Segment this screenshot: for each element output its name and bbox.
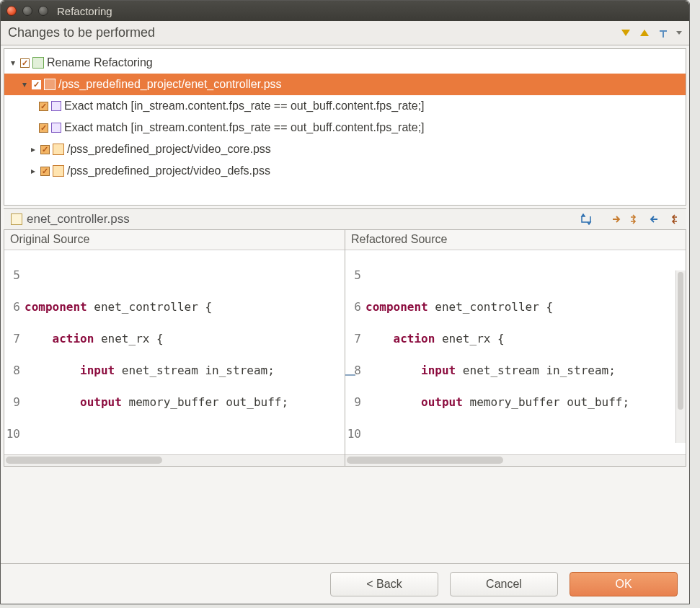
twisty-open-icon[interactable] (20, 80, 29, 89)
tree-file-label: /pss_predefined_project/video_defs.pss (67, 164, 270, 177)
code-text: enet_rx { (94, 332, 163, 345)
kw: output (80, 395, 122, 409)
line-number: 9 (4, 395, 25, 410)
kw: action (394, 332, 435, 345)
line-number: 6 (4, 299, 25, 315)
changes-header: Changes to be performed (1, 21, 689, 45)
tree-root-label: Rename Refactoring (47, 56, 153, 69)
next-change-button[interactable] (619, 26, 633, 40)
file-icon (11, 213, 22, 225)
diff-filename: enet_controller.pss (11, 212, 130, 226)
kw: output (421, 395, 463, 409)
tree-match[interactable]: Exact match [in_stream.content.fps_rate … (4, 117, 686, 138)
window-title: Refactoring (57, 5, 112, 17)
line-number: 9 (345, 395, 365, 410)
tree-match-label: Exact match [in_stream.content.fps_rate … (64, 121, 425, 134)
h-scrollbar[interactable] (4, 454, 345, 466)
diff-viewer: Original Source 5 6component enet_contro… (4, 230, 686, 467)
twisty-open-icon[interactable] (9, 58, 17, 67)
line-number: 8 (345, 363, 365, 379)
kw: action (53, 332, 94, 345)
minimize-icon[interactable] (22, 6, 32, 16)
scroll-thumb[interactable] (347, 457, 503, 464)
code-viewport-left[interactable]: 5 6component enet_controller { 7 action … (4, 250, 345, 454)
close-icon[interactable] (6, 6, 17, 16)
checkbox[interactable] (32, 80, 41, 89)
line-number: 7 (4, 331, 25, 347)
line-number: 10 (345, 426, 365, 442)
kw: component (365, 300, 428, 314)
back-button[interactable]: < Back (330, 572, 438, 596)
cancel-button[interactable]: Cancel (450, 572, 558, 596)
h-scrollbar[interactable] (345, 454, 686, 466)
spacer (1, 467, 689, 563)
scroll-thumb[interactable] (678, 272, 683, 410)
refactored-source-pane: Refactored Source 5 6component enet_cont… (345, 230, 686, 466)
arrow-down-icon (621, 30, 630, 36)
refactoring-dialog: Refactoring Changes to be performed Rena… (0, 0, 690, 604)
code-text: enet_controller { (428, 300, 553, 314)
arrow-up-icon (640, 30, 649, 36)
scroll-thumb[interactable] (6, 457, 162, 464)
tree-root[interactable]: Rename Refactoring (4, 52, 686, 74)
code-viewport-right[interactable]: 5 6component enet_controller { 7 action … (345, 250, 686, 454)
twisty-closed-icon[interactable] (29, 167, 37, 175)
ok-button[interactable]: OK (570, 572, 678, 596)
copy-all-right-button[interactable] (629, 213, 642, 225)
dialog-footer: < Back Cancel OK (1, 563, 689, 604)
diff-nav-toolbar (580, 213, 679, 225)
code-text: enet_stream in_stream; (456, 364, 616, 377)
kw: component (25, 300, 87, 314)
filter-icon (658, 28, 668, 38)
code-text: enet_stream in_stream; (115, 364, 275, 377)
maximize-icon[interactable] (38, 6, 48, 16)
tree-file-label: /pss_predefined_project/video_core.pss (67, 143, 271, 156)
header-toolbar (619, 26, 682, 40)
line-number: 7 (345, 331, 365, 347)
copy-right-button[interactable] (610, 213, 623, 225)
checkbox[interactable] (39, 102, 48, 111)
kw: input (80, 364, 115, 377)
changes-label: Changes to be performed (8, 25, 155, 40)
code-left: 5 6component enet_controller { 7 action … (4, 250, 345, 454)
code-text: memory_buffer out_buff; (463, 395, 629, 409)
changes-tree-panel: Rename Refactoring /pss_predefined_proje… (4, 48, 686, 206)
line-number: 5 (345, 268, 365, 283)
line-number: 8 (4, 363, 25, 379)
prev-change-button[interactable] (637, 26, 652, 40)
diff-connector (345, 374, 355, 376)
tree-match[interactable]: Exact match [in_stream.content.fps_rate … (4, 95, 686, 117)
swap-panes-button[interactable] (580, 213, 593, 225)
code-text: enet_rx { (435, 332, 504, 345)
pane-title: Refactored Source (345, 230, 686, 250)
file-icon (53, 144, 64, 155)
menu-caret-icon[interactable] (676, 31, 682, 35)
filter-button[interactable] (656, 26, 670, 40)
pane-title: Original Source (4, 230, 345, 250)
changes-tree: Rename Refactoring /pss_predefined_proje… (4, 49, 686, 185)
checkbox[interactable] (20, 58, 30, 68)
v-scrollbar[interactable] (675, 270, 686, 443)
diff-filename-text: enet_controller.pss (27, 212, 130, 226)
titlebar: Refactoring (1, 1, 689, 21)
match-icon (51, 101, 61, 111)
file-icon (53, 165, 64, 177)
copy-left-button[interactable] (647, 213, 660, 225)
tree-file-selected[interactable]: /pss_predefined_project/enet_controller.… (4, 74, 686, 95)
copy-all-left-button[interactable] (666, 213, 679, 225)
diff-toolbar: enet_controller.pss (4, 208, 686, 230)
tree-match-label: Exact match [in_stream.content.fps_rate … (64, 100, 425, 113)
code-text: memory_buffer out_buff; (122, 395, 288, 409)
line-number: 5 (4, 268, 25, 283)
match-icon (51, 123, 61, 133)
original-source-pane: Original Source 5 6component enet_contro… (4, 230, 345, 466)
checkbox[interactable] (39, 123, 48, 133)
checkbox[interactable] (40, 145, 50, 154)
refactor-icon (32, 57, 44, 69)
twisty-closed-icon[interactable] (29, 145, 37, 154)
tree-file-label: /pss_predefined_project/enet_controller.… (58, 78, 282, 91)
tree-file[interactable]: /pss_predefined_project/video_core.pss (4, 138, 686, 160)
checkbox[interactable] (40, 167, 50, 176)
file-icon (44, 79, 56, 90)
tree-file[interactable]: /pss_predefined_project/video_defs.pss (4, 160, 686, 182)
